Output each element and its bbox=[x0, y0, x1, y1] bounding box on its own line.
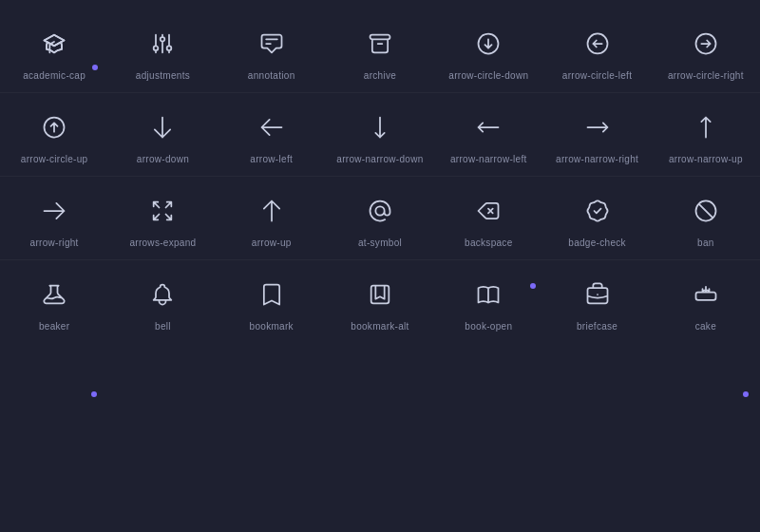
icon-cell-archive[interactable]: archive bbox=[326, 10, 434, 92]
icon-cell-cake[interactable]: cake bbox=[652, 260, 760, 343]
arrow-right-label: arrow-right bbox=[30, 238, 79, 248]
at-symbol-icon bbox=[363, 194, 397, 228]
arrow-circle-right-icon bbox=[689, 27, 723, 61]
book-open-label: book-open bbox=[465, 321, 512, 332]
arrow-circle-up-label: arrow-circle-up bbox=[21, 154, 88, 164]
beaker-label: beaker bbox=[39, 321, 69, 332]
icon-cell-bookmark-alt[interactable]: bookmark-alt bbox=[326, 260, 434, 343]
icon-cell-briefcase[interactable]: briefcase bbox=[542, 260, 651, 343]
bookmark-alt-label: bookmark-alt bbox=[351, 321, 408, 332]
arrow-right-icon bbox=[37, 194, 71, 228]
arrow-left-icon bbox=[255, 110, 289, 144]
arrow-down-label: arrow-down bbox=[137, 154, 189, 164]
icon-cell-backspace[interactable]: backspace bbox=[434, 177, 542, 259]
icon-cell-arrow-circle-up[interactable]: arrow-circle-up bbox=[0, 93, 108, 176]
beaker-icon bbox=[37, 277, 71, 312]
icon-cell-annotation[interactable]: annotation bbox=[218, 10, 326, 92]
arrow-narrow-down-icon bbox=[363, 110, 397, 144]
bell-icon bbox=[145, 277, 180, 312]
book-open-icon bbox=[471, 277, 505, 312]
icon-cell-adjustments[interactable]: adjustments bbox=[108, 10, 217, 92]
at-symbol-label: at-symbol bbox=[358, 238, 402, 248]
arrow-left-label: arrow-left bbox=[250, 154, 293, 164]
adjustments-icon bbox=[145, 27, 180, 61]
ban-icon bbox=[689, 194, 723, 228]
icon-cell-academic-cap[interactable]: academic-cap bbox=[0, 10, 108, 92]
icon-cell-arrow-circle-left[interactable]: arrow-circle-left bbox=[542, 10, 651, 92]
icon-cell-arrow-left[interactable]: arrow-left bbox=[218, 93, 326, 176]
academic-cap-icon bbox=[37, 27, 71, 61]
adjustments-label: adjustments bbox=[136, 70, 190, 81]
icon-cell-arrow-narrow-right[interactable]: arrow-narrow-right bbox=[542, 93, 651, 176]
icon-cell-book-open[interactable]: book-open bbox=[434, 260, 542, 343]
icon-cell-arrow-down[interactable]: arrow-down bbox=[108, 93, 217, 176]
arrow-circle-left-label: arrow-circle-left bbox=[562, 70, 632, 81]
arrow-circle-down-icon bbox=[471, 27, 505, 61]
bell-label: bell bbox=[155, 321, 171, 332]
icon-cell-arrow-up[interactable]: arrow-up bbox=[218, 177, 326, 259]
archive-icon bbox=[363, 27, 397, 61]
icon-cell-arrows-expand[interactable]: arrows-expand bbox=[108, 177, 217, 259]
icon-cell-arrow-narrow-down[interactable]: arrow-narrow-down bbox=[326, 93, 434, 176]
arrow-circle-left-icon bbox=[580, 27, 615, 61]
backspace-label: backspace bbox=[465, 238, 513, 248]
ban-label: ban bbox=[697, 238, 714, 248]
arrow-narrow-right-icon bbox=[580, 110, 615, 144]
icon-cell-badge-check[interactable]: badge-check bbox=[542, 177, 651, 259]
archive-label: archive bbox=[364, 70, 396, 81]
arrow-narrow-right-label: arrow-narrow-right bbox=[556, 154, 638, 164]
backspace-icon bbox=[471, 194, 505, 228]
icon-cell-ban[interactable]: ban bbox=[652, 177, 760, 259]
arrow-circle-up-icon bbox=[37, 110, 71, 144]
arrow-up-label: arrow-up bbox=[252, 238, 292, 248]
icon-cell-arrow-narrow-left[interactable]: arrow-narrow-left bbox=[434, 93, 542, 176]
cake-label: cake bbox=[695, 321, 716, 332]
arrow-narrow-down-label: arrow-narrow-down bbox=[336, 154, 423, 164]
bookmark-label: bookmark bbox=[250, 321, 294, 332]
bookmark-alt-icon bbox=[363, 277, 397, 312]
arrow-narrow-left-label: arrow-narrow-left bbox=[450, 154, 527, 164]
annotation-label: annotation bbox=[248, 70, 295, 81]
icon-cell-arrow-circle-down[interactable]: arrow-circle-down bbox=[434, 10, 542, 92]
arrow-narrow-up-icon bbox=[689, 110, 723, 144]
arrows-expand-label: arrows-expand bbox=[129, 238, 196, 248]
cake-icon bbox=[689, 277, 723, 312]
arrow-circle-right-label: arrow-circle-right bbox=[668, 70, 744, 81]
badge-check-label: badge-check bbox=[568, 238, 626, 248]
icon-cell-at-symbol[interactable]: at-symbol bbox=[326, 177, 434, 259]
arrow-up-icon bbox=[255, 194, 289, 228]
badge-check-icon bbox=[580, 194, 615, 228]
icon-cell-bell[interactable]: bell bbox=[108, 260, 217, 343]
arrow-narrow-up-label: arrow-narrow-up bbox=[669, 154, 743, 164]
arrows-expand-icon bbox=[145, 194, 180, 228]
annotation-icon bbox=[255, 27, 289, 61]
arrow-down-icon bbox=[145, 110, 180, 144]
arrow-circle-down-label: arrow-circle-down bbox=[448, 70, 528, 81]
icon-cell-arrow-narrow-up[interactable]: arrow-narrow-up bbox=[652, 93, 760, 176]
bookmark-icon bbox=[255, 277, 289, 312]
icon-cell-arrow-right[interactable]: arrow-right bbox=[0, 177, 108, 259]
briefcase-label: briefcase bbox=[577, 321, 618, 332]
arrow-narrow-left-icon bbox=[471, 110, 505, 144]
icon-cell-beaker[interactable]: beaker bbox=[0, 260, 108, 343]
academic-cap-label: academic-cap bbox=[23, 70, 86, 81]
icon-cell-arrow-circle-right[interactable]: arrow-circle-right bbox=[652, 10, 760, 92]
icon-cell-bookmark[interactable]: bookmark bbox=[218, 260, 326, 343]
briefcase-icon bbox=[580, 277, 615, 312]
